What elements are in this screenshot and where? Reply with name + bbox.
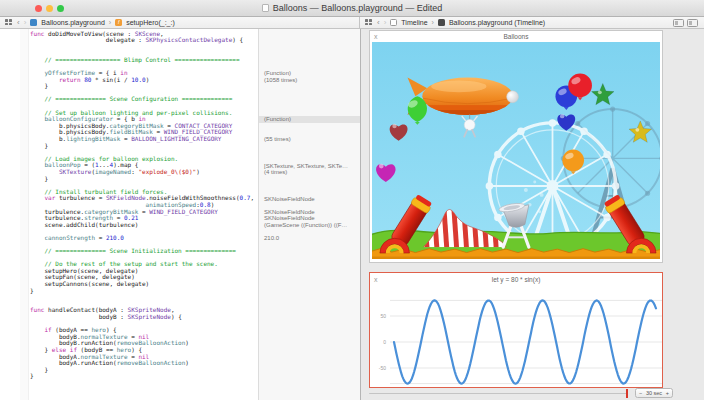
assistant-editor-button[interactable] [687,19,698,27]
breadcrumb-file[interactable]: Balloons.playground [41,19,104,26]
decrease-time-button[interactable]: − [639,389,642,397]
timeline-pane: x Balloons [360,29,704,400]
breadcrumb-separator: › [109,19,111,26]
close-window-button[interactable] [35,5,42,12]
main-area: func doDidMoveToView(scene : SKScene, de… [0,29,704,400]
breadcrumb-symbol[interactable]: setupHero(_:_:) [126,19,175,26]
document-proxy-icon[interactable] [262,4,269,12]
jump-bar: ‹ › Balloons.playground › f setupHero(_:… [0,17,704,29]
y-tick-label: -50 [379,365,386,371]
result-annotation[interactable]: SKNoiseFieldNode [259,196,360,203]
scene-title: Balloons [504,33,529,40]
forward-chevron-icon[interactable]: › [24,18,27,28]
result-annotation[interactable]: (GameScene ((Function)) ((F… [259,222,360,229]
close-icon[interactable]: x [374,31,378,42]
scrubber-playhead[interactable] [626,389,628,398]
xcode-playground-window: Balloons — Balloons.playground — Edited … [0,0,704,400]
timeline-icon [390,19,397,26]
related-items-icon[interactable] [365,19,373,26]
time-window-label: 30 sec [646,389,662,397]
jump-bar-editor: ‹ › Balloons.playground › f setupHero(_:… [0,17,360,28]
y-tick-label: 0 [383,339,386,345]
result-annotation[interactable]: 210.0 [259,235,360,242]
time-window-stepper[interactable]: − 30 sec + [635,388,673,398]
minimize-window-button[interactable] [46,5,53,12]
result-annotation[interactable]: (Function) [259,116,360,123]
live-view-card: x Balloons [369,30,663,263]
back-chevron-icon[interactable]: ‹ [377,18,380,28]
standard-editor-button[interactable] [673,19,684,27]
editor-mode-buttons [673,19,698,27]
zoom-window-button[interactable] [57,5,64,12]
related-items-icon[interactable] [5,19,13,26]
window-controls [35,5,64,12]
source-editor: func doDidMoveToView(scene : SKScene, de… [0,29,360,400]
jump-bar-assistant: ‹ › Timeline › Balloons.playground (Time… [360,17,704,28]
sine-plot: 500-50 [370,286,662,387]
increase-time-button[interactable]: + [666,389,669,397]
result-annotation[interactable]: (4 times) [259,169,360,176]
scrubber-track[interactable] [369,393,627,395]
results-sidebar: (Function)(1058 times)(Function)(55 time… [258,29,360,400]
breadcrumb-timeline[interactable]: Timeline [401,19,427,26]
result-annotation[interactable]: SKNoiseFieldNode [259,215,360,222]
result-annotation[interactable]: [SKTexture, SKTexture, SKTe… [259,163,360,170]
playground-file-icon [30,19,37,26]
breadcrumb-separator: › [432,19,434,26]
result-annotation[interactable]: (Function) [259,70,360,77]
result-annotation[interactable]: (1058 times) [259,77,360,84]
forward-chevron-icon[interactable]: › [384,18,387,28]
breadcrumb-timeline-doc[interactable]: Balloons.playground (Timeline) [449,19,545,26]
graph-card: x let y = 80 * sin(x) 500-50 [369,272,663,388]
timeline-scrubber: − 30 sec + [369,388,696,399]
window-title: Balloons — Balloons.playground — Edited [273,3,443,13]
y-tick-label: 50 [380,313,386,319]
function-icon: f [115,19,122,26]
timeline-document-icon [438,19,445,26]
code-editor[interactable]: func doDidMoveToView(scene : SKScene, de… [0,29,258,400]
graph-title: let y = 80 * sin(x) [492,276,541,283]
title-bar: Balloons — Balloons.playground — Edited [0,0,704,17]
result-annotation[interactable]: SKNoiseFieldNode [259,209,360,216]
balloons-scene-view [372,42,660,259]
back-chevron-icon[interactable]: ‹ [17,18,20,28]
close-icon[interactable]: x [374,273,378,286]
result-annotation[interactable]: (55 times) [259,136,360,143]
